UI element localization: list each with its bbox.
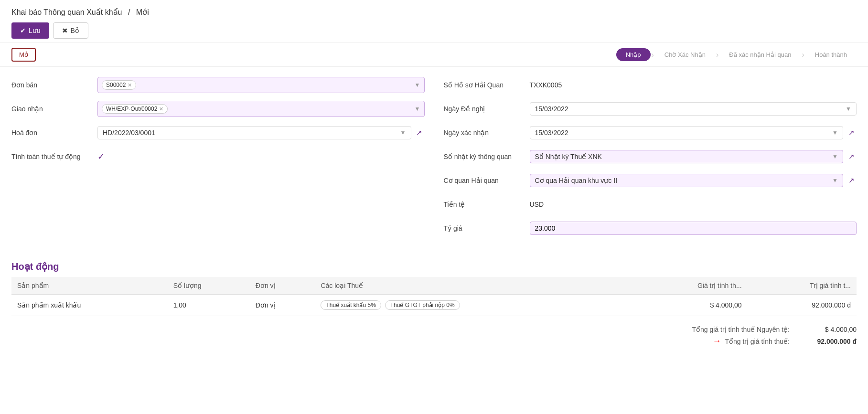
cell-gia-tri: $ 4.000,00 [632, 295, 747, 316]
discard-label: Bỏ [71, 27, 79, 34]
tien-te-row: Tiền tệ USD [444, 196, 857, 213]
save-label: Lưu [29, 27, 41, 34]
cell-cac-loai-thue: Thuế xuất khẩu 5% Thuế GTGT phải nộp 0% [315, 295, 632, 316]
ngay-de-nghi-value[interactable]: 15/03/2022 ▼ [530, 102, 857, 116]
form-left: Đơn bán S00002 ✕ ▼ Giao nhận WH/EXP-Out/… [11, 76, 425, 244]
giao-nhan-value[interactable]: WH/EXP-Out/00002 ✕ ▼ [97, 101, 425, 117]
ngay-xac-nhan-arrow[interactable]: ▼ [832, 129, 838, 136]
breadcrumb: Khai báo Thông quan Xuất khẩu / Mới [11, 8, 857, 17]
tong-gia-tri-value: $ 4.000,00 [799, 326, 857, 333]
ngay-xac-nhan-value[interactable]: 15/03/2022 ▼ ↗ [530, 126, 857, 139]
form-section: Đơn bán S00002 ✕ ▼ Giao nhận WH/EXP-Out/… [0, 67, 868, 253]
so-nhat-ky-row: Số nhật ký thông quan Sổ Nhật ký Thuế XN… [444, 148, 857, 165]
step-da-xac-nhan: Đã xác nhận Hải quan [719, 48, 801, 61]
tien-te-label: Tiền tệ [444, 201, 530, 208]
step-cho-xac-nhan: Chờ Xác Nhận [655, 48, 715, 61]
don-ban-value[interactable]: S00002 ✕ ▼ [97, 77, 425, 93]
hoa-don-value[interactable]: HD/2022/03/0001 ▼ ↗ [97, 126, 425, 139]
status-steps: Nhập › Chờ Xác Nhận › Đã xác nhận Hải qu… [616, 48, 857, 61]
ty-gia-row: Tỷ giá [444, 220, 857, 237]
so-nhat-ky-label: Số nhật ký thông quan [444, 153, 530, 160]
so-nhat-ky-external-link[interactable]: ↗ [846, 151, 857, 162]
page-header: Khai báo Thông quan Xuất khẩu / Mới ✔ Lư… [0, 0, 868, 43]
discard-button[interactable]: ✖ Bỏ [53, 22, 88, 39]
hoa-don-row: Hoá đơn HD/2022/03/0001 ▼ ↗ [11, 124, 425, 141]
co-quan-row: Cơ quan Hải quan Cơ qua Hải quan khu vực… [444, 172, 857, 189]
don-ban-dropdown-arrow[interactable]: ▼ [415, 82, 420, 88]
total-row-tri-gia: → Tổng trị giá tính thuế: 92.000.000 đ [712, 336, 857, 346]
ty-gia-label: Tỷ giá [444, 224, 530, 232]
discard-icon: ✖ [62, 27, 68, 34]
cell-tri-gia: 92.000.000 đ [748, 295, 857, 316]
cell-san-pham: Sản phẩm xuất khẩu [11, 295, 168, 316]
table-row: Sản phẩm xuất khẩu 1,00 Đơn vị Thuế xuất… [11, 295, 857, 316]
tinh-toan-thue-label: Tính toán thuế tự động [11, 153, 97, 160]
tong-tri-gia-value: 92.000.000 đ [799, 338, 857, 345]
tinh-toan-thue-row: Tính toán thuế tự động ✓ [11, 148, 425, 165]
giao-nhan-label: Giao nhận [11, 105, 97, 113]
section-title: Hoạt động [0, 253, 868, 277]
ngay-de-nghi-row: Ngày Đề nghị 15/03/2022 ▼ [444, 100, 857, 117]
ty-gia-value[interactable] [530, 222, 857, 235]
breadcrumb-separator: / [128, 8, 130, 16]
giao-nhan-row: Giao nhận WH/EXP-Out/00002 ✕ ▼ [11, 100, 425, 117]
hoa-don-arrow[interactable]: ▼ [400, 129, 406, 136]
don-ban-label: Đơn bán [11, 81, 97, 89]
ngay-de-nghi-label: Ngày Đề nghị [444, 105, 530, 113]
breadcrumb-current: Mới [136, 8, 149, 16]
co-quan-external-link[interactable]: ↗ [846, 175, 857, 186]
col-cac-loai-thue: Các loại Thuế [315, 277, 632, 295]
footer-totals: Tổng giá trị tính thuế Nguyên tệ: $ 4.00… [0, 316, 868, 356]
toolbar: ✔ Lưu ✖ Bỏ [11, 22, 857, 39]
tong-tri-gia-label: → Tổng trị giá tính thuế: [712, 336, 790, 346]
tinh-toan-thue-check: ✓ [97, 151, 425, 162]
ty-gia-input[interactable] [530, 222, 857, 235]
status-bar: Mở Nhập › Chờ Xác Nhận › Đã xác nhận Hải… [0, 43, 868, 67]
so-ho-so-label: Số Hồ sơ Hải Quan [444, 81, 530, 89]
tong-gia-tri-label: Tổng giá trị tính thuế Nguyên tệ: [692, 326, 790, 333]
giao-nhan-dropdown-arrow[interactable]: ▼ [415, 106, 420, 112]
step-nhap: Nhập [616, 48, 651, 61]
cell-so-luong: 1,00 [168, 295, 250, 316]
so-nhat-ky-value[interactable]: Sổ Nhật ký Thuế XNK ▼ ↗ [530, 150, 857, 163]
tax-tag-gtgt: Thuế GTGT phải nộp 0% [385, 300, 460, 310]
co-quan-label: Cơ quan Hải quan [444, 177, 530, 184]
don-ban-row: Đơn bán S00002 ✕ ▼ [11, 76, 425, 94]
ngay-xac-nhan-external-link[interactable]: ↗ [846, 127, 857, 138]
mo-button[interactable]: Mở [11, 48, 36, 62]
breadcrumb-main: Khai báo Thông quan Xuất khẩu [11, 8, 122, 16]
co-quan-arrow[interactable]: ▼ [832, 177, 838, 184]
so-ho-so-value: TXXK0005 [530, 81, 857, 89]
form-right: Số Hồ sơ Hải Quan TXXK0005 Ngày Đề nghị … [444, 76, 857, 244]
so-nhat-ky-arrow[interactable]: ▼ [832, 153, 838, 160]
step-arrow-2: › [716, 51, 718, 59]
step-hoan-thanh: Hoàn thành [805, 48, 857, 61]
save-icon: ✔ [20, 27, 26, 34]
arrow-red-icon: → [712, 336, 721, 346]
step-arrow-3: › [802, 51, 804, 59]
cell-don-vi: Đơn vị [250, 295, 315, 316]
col-tri-gia: Trị giá tính t... [748, 277, 857, 295]
col-don-vi: Đơn vị [250, 277, 315, 295]
tien-te-value: USD [530, 201, 857, 208]
giao-nhan-tag-remove[interactable]: ✕ [159, 106, 163, 112]
ngay-de-nghi-arrow[interactable]: ▼ [846, 106, 851, 112]
col-so-luong: Số lượng [168, 277, 250, 295]
step-arrow-1: › [652, 51, 654, 59]
save-button[interactable]: ✔ Lưu [11, 22, 49, 39]
ngay-xac-nhan-row: Ngày xác nhận 15/03/2022 ▼ ↗ [444, 124, 857, 141]
giao-nhan-tag: WH/EXP-Out/00002 ✕ [102, 104, 168, 114]
co-quan-value[interactable]: Cơ qua Hải quan khu vực II ▼ ↗ [530, 174, 857, 187]
table-container: Sản phẩm Số lượng Đơn vị Các loại Thuế G… [0, 277, 868, 316]
col-gia-tri: Giá trị tính th... [632, 277, 747, 295]
ngay-xac-nhan-label: Ngày xác nhận [444, 129, 530, 137]
tax-tag-xuat-khau: Thuế xuất khẩu 5% [321, 300, 381, 310]
hoa-don-external-link[interactable]: ↗ [414, 127, 425, 138]
hoa-don-label: Hoá đơn [11, 129, 97, 137]
so-ho-so-row: Số Hồ sơ Hải Quan TXXK0005 [444, 76, 857, 94]
product-table: Sản phẩm Số lượng Đơn vị Các loại Thuế G… [11, 277, 857, 316]
col-san-pham: Sản phẩm [11, 277, 168, 295]
total-row-nguyen-te: Tổng giá trị tính thuế Nguyên tệ: $ 4.00… [692, 326, 857, 333]
don-ban-tag-remove[interactable]: ✕ [128, 82, 132, 88]
don-ban-tag: S00002 ✕ [102, 80, 136, 90]
